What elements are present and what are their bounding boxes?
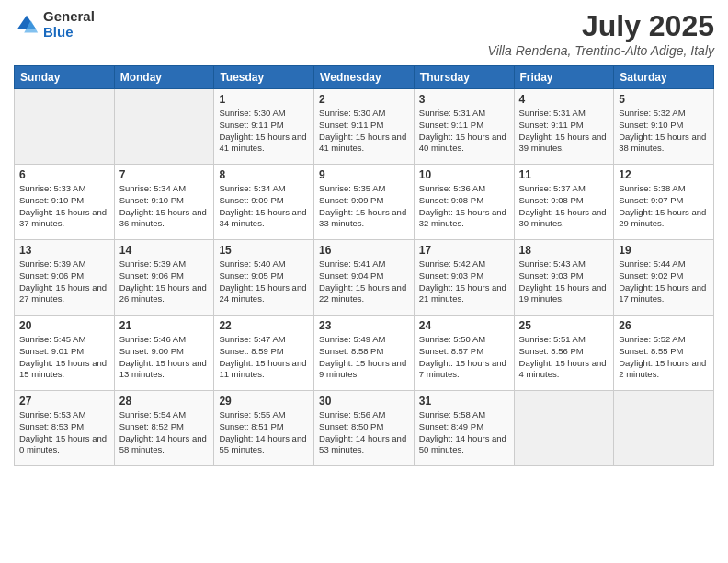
day-info: Sunrise: 5:36 AM Sunset: 9:08 PM Dayligh… bbox=[419, 183, 509, 230]
calendar-cell: 30Sunrise: 5:56 AM Sunset: 8:50 PM Dayli… bbox=[314, 391, 415, 466]
day-info: Sunrise: 5:31 AM Sunset: 9:11 PM Dayligh… bbox=[419, 108, 509, 155]
calendar-cell bbox=[614, 391, 714, 466]
day-info: Sunrise: 5:42 AM Sunset: 9:03 PM Dayligh… bbox=[419, 259, 509, 305]
location: Villa Rendena, Trentino-Alto Adige, Ital… bbox=[488, 43, 714, 58]
calendar-cell: 17Sunrise: 5:42 AM Sunset: 9:03 PM Dayli… bbox=[414, 240, 514, 316]
day-info: Sunrise: 5:50 AM Sunset: 8:57 PM Dayligh… bbox=[419, 334, 509, 381]
day-info: Sunrise: 5:40 AM Sunset: 9:05 PM Dayligh… bbox=[219, 259, 309, 305]
calendar-cell: 26Sunrise: 5:52 AM Sunset: 8:55 PM Dayli… bbox=[614, 316, 714, 391]
day-number: 15 bbox=[219, 244, 309, 257]
calendar-cell: 23Sunrise: 5:49 AM Sunset: 8:58 PM Dayli… bbox=[314, 316, 415, 391]
logo-text: General Blue bbox=[43, 9, 95, 40]
calendar-cell bbox=[15, 89, 115, 165]
calendar-cell: 25Sunrise: 5:51 AM Sunset: 8:56 PM Dayli… bbox=[514, 316, 614, 391]
day-info: Sunrise: 5:49 AM Sunset: 8:58 PM Dayligh… bbox=[319, 334, 409, 381]
day-number: 9 bbox=[319, 168, 409, 181]
day-info: Sunrise: 5:45 AM Sunset: 9:01 PM Dayligh… bbox=[19, 334, 109, 381]
weekday-header: Thursday bbox=[414, 66, 514, 89]
day-number: 5 bbox=[619, 93, 709, 106]
day-number: 27 bbox=[19, 395, 109, 408]
day-number: 25 bbox=[519, 319, 609, 332]
calendar-week-row: 6Sunrise: 5:33 AM Sunset: 9:10 PM Daylig… bbox=[15, 165, 714, 240]
day-info: Sunrise: 5:51 AM Sunset: 8:56 PM Dayligh… bbox=[519, 334, 609, 381]
day-number: 3 bbox=[419, 93, 509, 106]
day-info: Sunrise: 5:35 AM Sunset: 9:09 PM Dayligh… bbox=[319, 183, 409, 230]
calendar-cell: 24Sunrise: 5:50 AM Sunset: 8:57 PM Dayli… bbox=[414, 316, 514, 391]
calendar-cell: 11Sunrise: 5:37 AM Sunset: 9:08 PM Dayli… bbox=[514, 165, 614, 240]
calendar-cell: 5Sunrise: 5:32 AM Sunset: 9:10 PM Daylig… bbox=[614, 89, 714, 165]
calendar-cell: 6Sunrise: 5:33 AM Sunset: 9:10 PM Daylig… bbox=[15, 165, 115, 240]
day-info: Sunrise: 5:58 AM Sunset: 8:49 PM Dayligh… bbox=[419, 409, 509, 456]
calendar-cell: 8Sunrise: 5:34 AM Sunset: 9:09 PM Daylig… bbox=[214, 165, 314, 240]
calendar-cell: 12Sunrise: 5:38 AM Sunset: 9:07 PM Dayli… bbox=[614, 165, 714, 240]
day-number: 31 bbox=[419, 395, 509, 408]
day-info: Sunrise: 5:46 AM Sunset: 9:00 PM Dayligh… bbox=[119, 334, 210, 381]
weekday-header: Saturday bbox=[614, 66, 714, 89]
day-info: Sunrise: 5:34 AM Sunset: 9:10 PM Dayligh… bbox=[119, 183, 210, 230]
day-number: 18 bbox=[519, 244, 609, 257]
day-number: 17 bbox=[419, 244, 509, 257]
weekday-header: Friday bbox=[514, 66, 614, 89]
calendar-cell: 13Sunrise: 5:39 AM Sunset: 9:06 PM Dayli… bbox=[15, 240, 115, 316]
day-info: Sunrise: 5:54 AM Sunset: 8:52 PM Dayligh… bbox=[119, 409, 210, 456]
day-info: Sunrise: 5:43 AM Sunset: 9:03 PM Dayligh… bbox=[519, 259, 609, 305]
day-number: 7 bbox=[119, 168, 210, 181]
weekday-header: Monday bbox=[114, 66, 214, 89]
day-number: 8 bbox=[219, 168, 309, 181]
day-number: 24 bbox=[419, 319, 509, 332]
logo: General Blue bbox=[14, 9, 95, 40]
day-info: Sunrise: 5:52 AM Sunset: 8:55 PM Dayligh… bbox=[619, 334, 709, 381]
day-number: 22 bbox=[219, 319, 309, 332]
day-info: Sunrise: 5:33 AM Sunset: 9:10 PM Dayligh… bbox=[19, 183, 109, 230]
day-number: 6 bbox=[19, 168, 109, 181]
calendar-cell: 1Sunrise: 5:30 AM Sunset: 9:11 PM Daylig… bbox=[214, 89, 314, 165]
day-info: Sunrise: 5:41 AM Sunset: 9:04 PM Dayligh… bbox=[319, 259, 409, 305]
day-info: Sunrise: 5:39 AM Sunset: 9:06 PM Dayligh… bbox=[119, 259, 210, 305]
day-info: Sunrise: 5:47 AM Sunset: 8:59 PM Dayligh… bbox=[219, 334, 309, 381]
calendar-cell: 31Sunrise: 5:58 AM Sunset: 8:49 PM Dayli… bbox=[414, 391, 514, 466]
day-number: 10 bbox=[419, 168, 509, 181]
day-number: 2 bbox=[319, 93, 409, 106]
day-number: 20 bbox=[19, 319, 109, 332]
day-number: 26 bbox=[619, 319, 709, 332]
calendar-week-row: 27Sunrise: 5:53 AM Sunset: 8:53 PM Dayli… bbox=[15, 391, 714, 466]
day-number: 30 bbox=[319, 395, 409, 408]
calendar-cell: 3Sunrise: 5:31 AM Sunset: 9:11 PM Daylig… bbox=[414, 89, 514, 165]
calendar-cell: 14Sunrise: 5:39 AM Sunset: 9:06 PM Dayli… bbox=[114, 240, 214, 316]
month-year: July 2025 bbox=[488, 9, 714, 43]
logo-blue: Blue bbox=[43, 25, 95, 40]
day-number: 23 bbox=[319, 319, 409, 332]
day-number: 29 bbox=[219, 395, 309, 408]
calendar-week-row: 20Sunrise: 5:45 AM Sunset: 9:01 PM Dayli… bbox=[15, 316, 714, 391]
calendar-week-row: 1Sunrise: 5:30 AM Sunset: 9:11 PM Daylig… bbox=[15, 89, 714, 165]
calendar-cell bbox=[514, 391, 614, 466]
day-number: 28 bbox=[119, 395, 210, 408]
calendar-cell: 7Sunrise: 5:34 AM Sunset: 9:10 PM Daylig… bbox=[114, 165, 214, 240]
calendar-body: 1Sunrise: 5:30 AM Sunset: 9:11 PM Daylig… bbox=[15, 89, 714, 466]
day-number: 13 bbox=[19, 244, 109, 257]
calendar-cell: 28Sunrise: 5:54 AM Sunset: 8:52 PM Dayli… bbox=[114, 391, 214, 466]
calendar-cell: 29Sunrise: 5:55 AM Sunset: 8:51 PM Dayli… bbox=[214, 391, 314, 466]
calendar-week-row: 13Sunrise: 5:39 AM Sunset: 9:06 PM Dayli… bbox=[15, 240, 714, 316]
day-number: 16 bbox=[319, 244, 409, 257]
day-number: 14 bbox=[119, 244, 210, 257]
calendar-cell: 15Sunrise: 5:40 AM Sunset: 9:05 PM Dayli… bbox=[214, 240, 314, 316]
day-number: 21 bbox=[119, 319, 210, 332]
day-info: Sunrise: 5:37 AM Sunset: 9:08 PM Dayligh… bbox=[519, 183, 609, 230]
day-number: 4 bbox=[519, 93, 609, 106]
calendar-header: SundayMondayTuesdayWednesdayThursdayFrid… bbox=[15, 66, 714, 89]
day-info: Sunrise: 5:31 AM Sunset: 9:11 PM Dayligh… bbox=[519, 108, 609, 155]
calendar-cell: 16Sunrise: 5:41 AM Sunset: 9:04 PM Dayli… bbox=[314, 240, 415, 316]
day-info: Sunrise: 5:55 AM Sunset: 8:51 PM Dayligh… bbox=[219, 409, 309, 456]
calendar-table: SundayMondayTuesdayWednesdayThursdayFrid… bbox=[14, 65, 714, 466]
calendar-cell: 20Sunrise: 5:45 AM Sunset: 9:01 PM Dayli… bbox=[15, 316, 115, 391]
weekday-header: Wednesday bbox=[314, 66, 415, 89]
day-info: Sunrise: 5:30 AM Sunset: 9:11 PM Dayligh… bbox=[319, 108, 409, 155]
calendar-cell: 9Sunrise: 5:35 AM Sunset: 9:09 PM Daylig… bbox=[314, 165, 415, 240]
calendar-cell: 10Sunrise: 5:36 AM Sunset: 9:08 PM Dayli… bbox=[414, 165, 514, 240]
calendar-cell: 19Sunrise: 5:44 AM Sunset: 9:02 PM Dayli… bbox=[614, 240, 714, 316]
day-info: Sunrise: 5:56 AM Sunset: 8:50 PM Dayligh… bbox=[319, 409, 409, 456]
calendar-cell: 4Sunrise: 5:31 AM Sunset: 9:11 PM Daylig… bbox=[514, 89, 614, 165]
calendar-cell: 2Sunrise: 5:30 AM Sunset: 9:11 PM Daylig… bbox=[314, 89, 415, 165]
calendar-cell bbox=[114, 89, 214, 165]
